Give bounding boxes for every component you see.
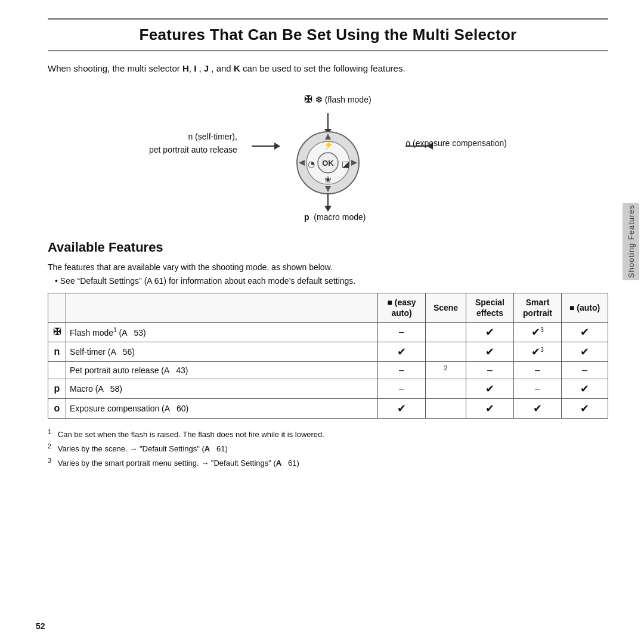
row-symbol: n	[48, 342, 66, 361]
arrow-left-line	[252, 145, 275, 147]
row-auto: –	[562, 361, 608, 379]
row-auto: ✔	[562, 398, 608, 418]
th-scene: Scene	[426, 293, 466, 322]
page-number: 52	[36, 621, 45, 631]
th-auto: ■ (auto)	[562, 293, 608, 322]
row-auto: ✔	[562, 342, 608, 361]
row-symbol	[48, 361, 66, 379]
row-symbol: p	[48, 379, 66, 398]
table-row: ✠ Flash mode1 (A 53) – ✔ ✔3 ✔	[48, 322, 608, 342]
diagram-inner: ✠ ❆ (flash mode) OK ⚡ ◔ ◪	[149, 91, 507, 222]
arrowhead-left	[274, 143, 280, 150]
row-feature-name: Flash mode1 (A 53)	[66, 322, 378, 342]
arrowhead-bottom	[324, 206, 332, 212]
row-scene: 2	[426, 361, 466, 379]
arrow-top-down	[327, 113, 329, 130]
left-label: n (self-timer), pet portrait auto releas…	[149, 129, 237, 156]
section-desc: The features that are available vary wit…	[48, 261, 608, 274]
svg-text:◪: ◪	[342, 159, 349, 169]
row-easy-auto: –	[378, 361, 426, 379]
row-auto: ✔	[562, 322, 608, 342]
row-auto: ✔	[562, 379, 608, 398]
svg-text:OK: OK	[322, 159, 334, 168]
intro-paragraph: When shooting, the multi selector H, I ,…	[48, 62, 608, 76]
selector-key-k: K	[234, 63, 240, 73]
th-feature-name	[66, 293, 378, 322]
th-symbol	[48, 293, 66, 322]
page-container: Features That Can Be Set Using the Multi…	[0, 0, 644, 644]
selector-key-i: I	[194, 63, 196, 73]
row-feature-name: Macro (A 58)	[66, 379, 378, 398]
row-feature-name: Pet portrait auto release (A 43)	[66, 361, 378, 379]
row-special-effects: ✔	[466, 398, 514, 418]
page-title: Features That Can Be Set Using the Multi…	[48, 18, 608, 51]
svg-text:⚡: ⚡	[323, 140, 334, 150]
table-row: Pet portrait auto release (A 43) – 2 – –…	[48, 361, 608, 379]
right-label: o (exposure compensation)	[405, 138, 507, 148]
row-scene	[426, 398, 466, 418]
table-row: o Exposure compensation (A 60) ✔ ✔ ✔ ✔	[48, 398, 608, 418]
bullet-item: • See “Default Settings” (A 61) for info…	[48, 276, 608, 286]
row-feature-name: Exposure compensation (A 60)	[66, 398, 378, 418]
row-scene	[426, 342, 466, 361]
row-smart-portrait: ✔	[514, 398, 562, 418]
row-easy-auto: –	[378, 379, 426, 398]
selector-key-j: J	[204, 63, 209, 73]
row-easy-auto: ✔	[378, 342, 426, 361]
th-easy-auto: ■ (easyauto)	[378, 293, 426, 322]
macro-label: p (macro mode)	[304, 212, 366, 222]
svg-text:❀: ❀	[324, 175, 332, 184]
row-symbol: ✠	[48, 322, 66, 342]
row-easy-auto: –	[378, 322, 426, 342]
footnote-1: 1 Can be set when the flash is raised. T…	[48, 427, 608, 441]
row-feature-name: Self-timer (A 56)	[66, 342, 378, 361]
svg-text:◔: ◔	[308, 159, 315, 169]
diagram-area: ✠ ❆ (flash mode) OK ⚡ ◔ ◪	[48, 88, 608, 225]
row-smart-portrait: –	[514, 379, 562, 398]
sidebar-label: Shooting Features	[627, 205, 636, 278]
footnote-3: 3 Varies by the smart portrait menu sett…	[48, 456, 608, 470]
row-special-effects: ✔	[466, 322, 514, 342]
row-special-effects: ✔	[466, 342, 514, 361]
th-smart-portrait: Smartportrait	[514, 293, 562, 322]
feature-table: ■ (easyauto) Scene Specialeffects Smartp…	[48, 293, 608, 419]
available-features-section: Available Features The features that are…	[48, 240, 608, 470]
sidebar-wrapper: Shooting Features	[623, 203, 639, 280]
table-row: n Self-timer (A 56) ✔ ✔ ✔3 ✔	[48, 342, 608, 361]
row-scene	[426, 322, 466, 342]
multi-selector-dial: OK ⚡ ◔ ◪ ❀	[295, 130, 361, 196]
section-title: Available Features	[48, 240, 608, 255]
footnotes: 1 Can be set when the flash is raised. T…	[48, 427, 608, 470]
row-smart-portrait: ✔3	[514, 322, 562, 342]
flash-label: ✠ ❆ (flash mode)	[304, 94, 371, 105]
row-special-effects: ✔	[466, 379, 514, 398]
row-special-effects: –	[466, 361, 514, 379]
table-row: p Macro (A 58) – ✔ – ✔	[48, 379, 608, 398]
th-special-effects: Specialeffects	[466, 293, 514, 322]
footnote-2: 2 Varies by the scene. → "Default Settin…	[48, 441, 608, 456]
row-smart-portrait: ✔3	[514, 342, 562, 361]
row-symbol: o	[48, 398, 66, 418]
row-easy-auto: ✔	[378, 398, 426, 418]
row-scene	[426, 379, 466, 398]
row-smart-portrait: –	[514, 361, 562, 379]
selector-keys: H	[182, 63, 189, 73]
